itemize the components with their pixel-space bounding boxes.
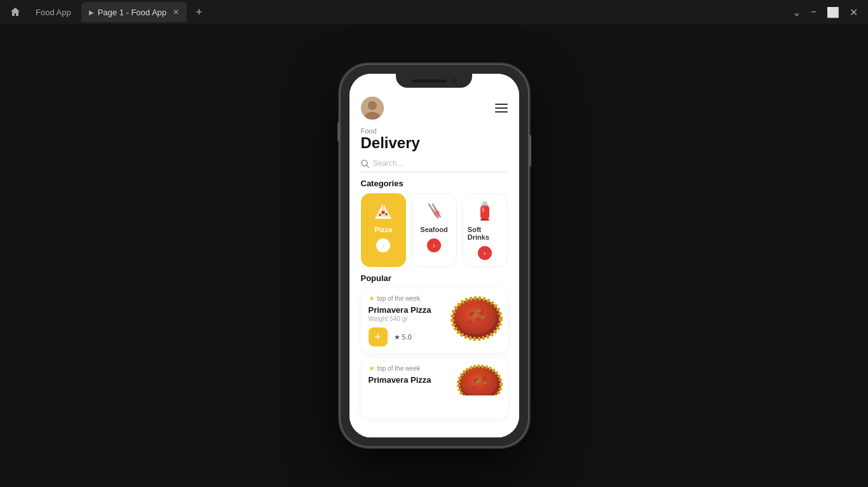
svg-rect-15	[481, 205, 489, 206]
dropdown-icon[interactable]: ⌄	[792, 6, 801, 18]
categories-section: Categories	[349, 179, 519, 273]
popular-card-2[interactable]: ★ top of the week Primavera Pizza	[361, 358, 508, 418]
delivery-label: Delivery	[361, 135, 508, 151]
svg-point-33	[482, 376, 486, 381]
tab-label: Page 1 - Food App	[98, 8, 166, 17]
softdrinks-category-name: Soft Drinks	[468, 226, 502, 241]
play-icon: ▶	[89, 9, 94, 16]
svg-point-7	[382, 211, 385, 214]
softdrinks-arrow-icon[interactable]: ›	[478, 246, 492, 260]
seafood-arrow-icon[interactable]: ›	[427, 238, 441, 252]
popular-card-1[interactable]: ★ top of the week Primavera Pizza Weight…	[361, 288, 508, 353]
window-controls: ⌄ − ⬜ ✕	[792, 6, 863, 18]
app-title: Food Delivery	[349, 123, 519, 156]
pizza-category-name: Pizza	[375, 226, 393, 233]
svg-point-35	[472, 387, 476, 390]
svg-rect-14	[482, 202, 487, 205]
seafood-icon	[424, 200, 444, 223]
add-button-1[interactable]: +	[369, 327, 388, 346]
svg-rect-17	[482, 207, 484, 212]
speaker	[412, 79, 447, 83]
badge-text-2: top of the week	[377, 365, 421, 372]
phone-notch	[396, 74, 472, 88]
new-tab-button[interactable]: +	[192, 6, 207, 19]
svg-rect-16	[480, 206, 489, 219]
search-icon	[361, 160, 369, 168]
star-icon-1: ★	[369, 294, 375, 303]
svg-line-4	[367, 165, 369, 168]
pizza-arrow-icon[interactable]: ›	[376, 238, 390, 252]
titlebar: Food App ▶ Page 1 - Food App ✕ + ⌄ − ⬜ ✕	[0, 0, 868, 24]
active-tab[interactable]: ▶ Page 1 - Food App ✕	[81, 2, 187, 22]
svg-point-1	[368, 101, 377, 110]
tab-close-icon[interactable]: ✕	[173, 8, 179, 17]
minimize-button[interactable]: −	[811, 6, 817, 18]
seafood-category-name: Seafood	[420, 226, 447, 233]
category-pizza[interactable]: Pizza ›	[361, 193, 407, 267]
category-seafood[interactable]: Seafood ›	[411, 193, 457, 267]
svg-point-9	[386, 214, 388, 216]
category-softdrinks[interactable]: Soft Drinks ›	[462, 193, 508, 267]
star-icon-2: ★	[369, 364, 375, 373]
phone-screen: Food Delivery Search... Categories	[349, 74, 519, 437]
svg-point-34	[485, 385, 489, 389]
pizza-icon	[374, 200, 393, 223]
svg-point-25	[476, 318, 480, 322]
restore-button[interactable]: ⬜	[827, 6, 839, 18]
svg-rect-18	[480, 219, 489, 221]
search-input[interactable]: Search...	[373, 159, 508, 168]
app-label: Food App	[31, 8, 76, 17]
home-icon[interactable]	[5, 2, 25, 22]
popular-section: Popular ★ top of the week Primavera Pizz…	[349, 273, 519, 418]
categories-title: Categories	[361, 179, 508, 188]
camera	[452, 78, 457, 83]
svg-point-23	[482, 320, 487, 324]
categories-row: Pizza ›	[361, 193, 508, 267]
app-header	[349, 92, 519, 123]
avatar[interactable]	[361, 97, 384, 120]
pizza-image-1	[450, 293, 504, 341]
popular-title: Popular	[361, 273, 508, 283]
rating-1: ★ 5.0	[394, 333, 412, 341]
close-button[interactable]: ✕	[850, 6, 858, 18]
svg-point-8	[379, 214, 382, 217]
badge-text-1: top of the week	[377, 295, 421, 302]
main-area: Food Delivery Search... Categories	[0, 24, 868, 487]
app-content: Food Delivery Search... Categories	[349, 74, 519, 437]
menu-icon[interactable]	[495, 104, 508, 113]
pizza-image-2	[456, 360, 504, 395]
search-bar[interactable]: Search...	[361, 159, 508, 172]
svg-point-24	[468, 321, 472, 326]
softdrinks-icon	[478, 200, 492, 223]
phone-mockup: Food Delivery Search... Categories	[341, 65, 528, 446]
